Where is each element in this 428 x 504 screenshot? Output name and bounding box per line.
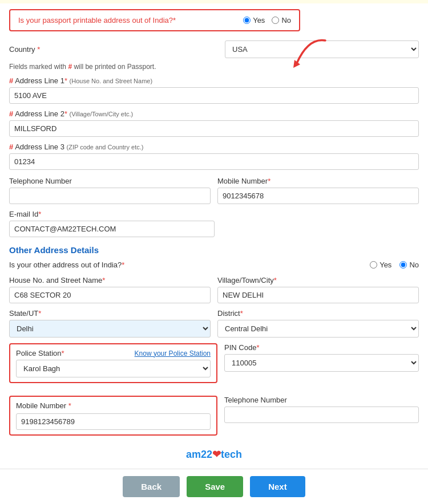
country-label: Country * — [9, 45, 40, 54]
other-contact-row: Mobile Number * Telephone Number — [9, 396, 419, 442]
state-select[interactable]: Delhi Maharashtra Tamil Nadu Karnataka — [9, 320, 211, 338]
police-label: Police Station* — [16, 349, 64, 357]
other-mobile-label: Mobile Number * — [16, 401, 71, 410]
save-button[interactable]: Save — [187, 476, 243, 497]
other-address-title: Other Address Details — [9, 245, 419, 255]
address-line3-input[interactable] — [9, 153, 419, 170]
telephone-input[interactable] — [9, 188, 211, 204]
passport-yes-text: Yes — [253, 16, 265, 25]
mobile-label: Mobile Number* — [217, 177, 419, 185]
district-select[interactable]: Central Delhi North Delhi South Delhi Ea… — [217, 320, 419, 338]
other-no-radio[interactable] — [399, 261, 407, 269]
phone-row: Telephone Number Mobile Number* — [9, 177, 419, 204]
police-station-header: Police Station* Know your Police Station — [16, 349, 211, 357]
bottom-bar: Back Save Next — [0, 469, 428, 504]
email-group: E-mail Id* — [9, 210, 215, 237]
house-village-row: House No. and Street Name* Village/Town/… — [9, 276, 419, 303]
other-no-text: No — [409, 261, 419, 269]
pin-select[interactable]: 110005 110001 110002 — [224, 354, 419, 372]
pin-label: PIN Code* — [224, 343, 419, 352]
other-address-question-row: Is your other address out of India?* Yes… — [9, 261, 419, 269]
state-group: State/UT* Delhi Maharashtra Tamil Nadu K… — [9, 309, 211, 338]
house-input[interactable] — [9, 287, 211, 303]
other-telephone-input[interactable] — [224, 407, 419, 423]
pin-group: PIN Code* 110005 110001 110002 — [224, 343, 419, 390]
next-button[interactable]: Next — [250, 476, 305, 497]
other-telephone-group: Telephone Number — [224, 396, 419, 442]
address-line2-label: # Address Line 2* (Village/Town/City etc… — [9, 109, 419, 118]
address-line1-group: # Address Line 1* (House No. and Street … — [9, 76, 419, 104]
mobile-input[interactable] — [217, 188, 419, 204]
passport-radio-group: Yes No — [243, 16, 291, 25]
house-label: House No. and Street Name* — [9, 276, 211, 284]
address-line2-group: # Address Line 2* (Village/Town/City etc… — [9, 109, 419, 137]
other-mobile-input[interactable] — [16, 413, 211, 430]
state-label: State/UT* — [9, 309, 211, 318]
police-station-select[interactable]: Karol Bagh Connaught Place Chandni Chowk — [16, 360, 211, 377]
country-select-wrapper: USA India UK Canada Australia — [225, 40, 419, 58]
passport-yes-label[interactable]: Yes — [243, 16, 265, 25]
other-address-question-text: Is your other address out of India?* — [9, 261, 124, 269]
other-telephone-label: Telephone Number — [224, 396, 419, 404]
state-district-row: State/UT* Delhi Maharashtra Tamil Nadu K… — [9, 309, 419, 338]
village-group: Village/Town/City* — [217, 276, 419, 303]
country-select[interactable]: USA India UK Canada Australia — [225, 40, 419, 58]
address-line3-label: # Address Line 3 (ZIP code and Country e… — [9, 143, 419, 151]
other-address-radio-group: Yes No — [370, 261, 419, 269]
know-police-link[interactable]: Know your Police Station — [135, 349, 211, 357]
brand-watermark: am22❤tech — [9, 448, 419, 461]
address-line2-input[interactable] — [9, 120, 419, 137]
police-pin-row: Police Station* Know your Police Station… — [9, 343, 419, 390]
address-line1-input[interactable] — [9, 87, 419, 104]
email-label: E-mail Id* — [9, 210, 215, 218]
district-group: District* Central Delhi North Delhi Sout… — [217, 309, 419, 338]
other-yes-text: Yes — [379, 261, 391, 269]
back-button[interactable]: Back — [123, 476, 180, 497]
other-no-label[interactable]: No — [399, 261, 419, 269]
fields-note: Fields marked with # will be printed on … — [9, 63, 419, 71]
other-mobile-box: Mobile Number * — [9, 396, 217, 436]
district-label: District* — [217, 309, 419, 318]
passport-question-text: Is your passport printable address out o… — [18, 16, 176, 25]
mobile-group: Mobile Number* — [217, 177, 419, 204]
police-station-box: Police Station* Know your Police Station… — [9, 343, 217, 383]
address-line3-group: # Address Line 3 (ZIP code and Country e… — [9, 143, 419, 170]
passport-question-label: Is your passport printable address out o… — [18, 16, 173, 25]
passport-yes-radio[interactable] — [243, 17, 251, 24]
other-yes-radio[interactable] — [370, 261, 377, 269]
village-input[interactable] — [217, 287, 419, 303]
passport-no-radio[interactable] — [272, 17, 279, 24]
house-group: House No. and Street Name* — [9, 276, 211, 303]
telephone-group: Telephone Number — [9, 177, 211, 204]
passport-no-text: No — [281, 16, 291, 25]
address-line1-label: # Address Line 1* (House No. and Street … — [9, 76, 419, 85]
other-yes-label[interactable]: Yes — [370, 261, 391, 269]
email-input[interactable] — [9, 221, 215, 237]
village-label: Village/Town/City* — [217, 276, 419, 284]
country-row: Country * USA India UK Canada Australia — [9, 40, 419, 58]
passport-question-box: Is your passport printable address out o… — [9, 9, 300, 31]
passport-no-label[interactable]: No — [272, 16, 291, 25]
telephone-label: Telephone Number — [9, 177, 211, 185]
